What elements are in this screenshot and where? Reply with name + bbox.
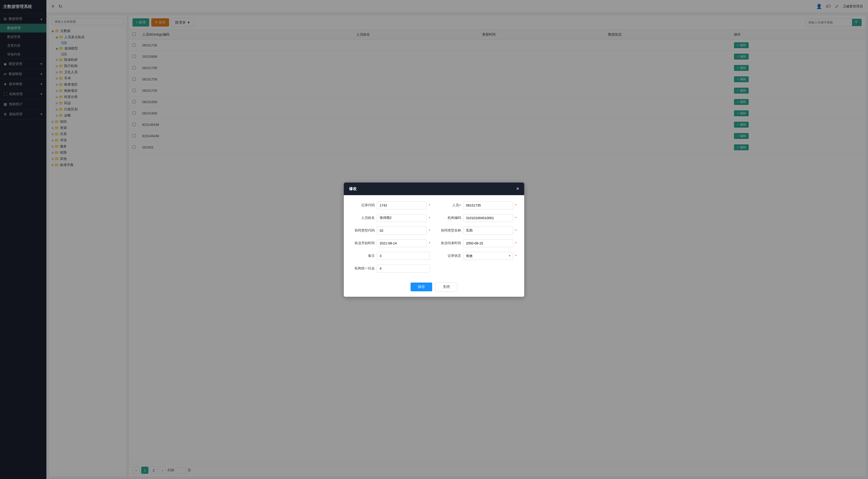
modal-body: 记录代码 * 人员< * 人员姓名 * 机构编码 * 协 <box>344 195 524 279</box>
close-button[interactable]: 关闭 <box>435 282 458 292</box>
label-person-name: 人员姓名 <box>351 215 375 220</box>
input-collab-type-name[interactable] <box>463 227 513 235</box>
input-practice-end[interactable] <box>463 239 513 247</box>
label-practice-end: 执业结束时间 <box>438 241 461 245</box>
modal-title: 修改 <box>349 186 357 191</box>
field-collab-type-code: 协同类型代码 * <box>351 227 430 235</box>
modal-footer: 保存 关闭 <box>344 279 524 297</box>
required-star-collab-type-name: * <box>515 229 517 233</box>
required-star-org-code: * <box>515 216 517 220</box>
select-record-status[interactable]: 有效 无效 <box>463 252 513 260</box>
select-wrapper-status: 有效 无效 ▼ <box>463 252 513 260</box>
required-star-collab-type-code: * <box>429 229 430 233</box>
required-star-record-code: * <box>429 203 430 207</box>
label-collab-type-name: 协同类型名称 <box>438 228 461 233</box>
label-remark: 备注 <box>351 253 375 258</box>
edit-modal: 修改 × 记录代码 * 人员< * 人员姓名 * 机构编码 <box>344 182 524 297</box>
field-collab-type-name: 协同类型名称 * <box>438 227 517 235</box>
required-star-practice-end: * <box>515 241 517 245</box>
field-person-code: 人员< * <box>438 201 517 209</box>
input-org-code[interactable] <box>463 214 513 222</box>
required-star-person-code: * <box>515 203 517 207</box>
required-star-status: * <box>515 254 517 258</box>
modal-header: 修改 × <box>344 182 524 195</box>
input-org-social[interactable] <box>377 265 430 272</box>
modal-close-button[interactable]: × <box>516 186 519 191</box>
field-record-status: 记录状态 有效 无效 ▼ * <box>438 252 517 260</box>
required-star-person-name: * <box>429 216 430 220</box>
field-practice-start: 执业开始时间 * <box>351 239 430 247</box>
field-remark: 备注 <box>351 252 430 260</box>
input-remark[interactable] <box>377 252 430 260</box>
field-record-code: 记录代码 * <box>351 201 430 209</box>
input-practice-start[interactable] <box>377 239 427 247</box>
input-person-code[interactable] <box>463 201 513 209</box>
save-button[interactable]: 保存 <box>410 282 432 291</box>
label-record-status: 记录状态 <box>438 253 461 258</box>
input-collab-type-code[interactable] <box>377 227 427 235</box>
field-practice-end: 执业结束时间 * <box>438 239 517 247</box>
label-practice-start: 执业开始时间 <box>351 241 375 245</box>
label-org-code: 机构编码 <box>438 215 461 220</box>
field-org-social: 机构统一社会 <box>351 265 430 272</box>
input-person-name[interactable] <box>377 214 427 222</box>
label-org-social: 机构统一社会 <box>351 266 375 271</box>
field-person-name: 人员姓名 * <box>351 214 430 222</box>
label-record-code: 记录代码 <box>351 203 375 208</box>
label-collab-type-code: 协同类型代码 <box>351 228 375 233</box>
modal-overlay: 修改 × 记录代码 * 人员< * 人员姓名 * 机构编码 <box>0 0 868 479</box>
input-record-code[interactable] <box>377 201 427 209</box>
label-person-code: 人员< <box>438 203 461 208</box>
field-org-code: 机构编码 * <box>438 214 517 222</box>
required-star-practice-start: * <box>429 241 430 245</box>
